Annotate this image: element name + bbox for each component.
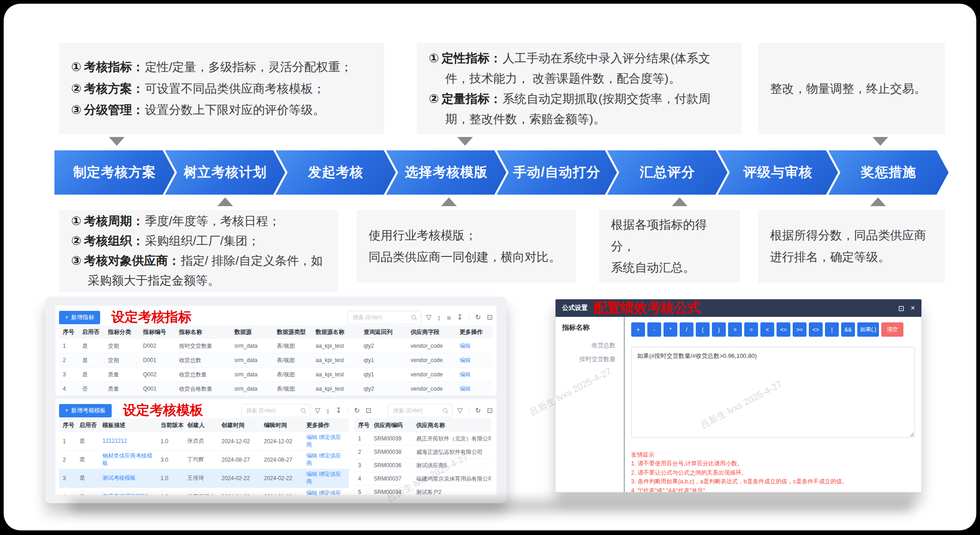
table-row: 5 SRM00034 测试客户2 [354,486,491,495]
refresh-icon[interactable]: ↻ [475,313,481,321]
column-header: 指标编号 [139,327,175,338]
template-name-link[interactable]: 测试考核模板 [99,473,157,484]
edit-link[interactable]: 编辑 [306,490,317,495]
sort-icon[interactable]: ↕ [437,314,441,321]
page-background: ①考核指标：定性/定量，多级指标，灵活分配权重； ②考核方案：可设置不同品类供应… [4,4,976,530]
divider [469,314,469,321]
operator-button[interactable]: / [680,322,693,337]
search-box[interactable] [347,311,421,324]
cell-supplier-code: SRM00037 [370,474,412,484]
column-header: 序号 [59,327,78,338]
operator-button[interactable]: >= [793,322,807,337]
fullscreen-icon[interactable]: ⊡ [487,313,493,321]
fullscreen-icon[interactable]: ⊡ [366,406,372,415]
cell-datasource-type: 表/视图 [273,383,312,395]
cell-supplier-name: 威海正源弘远软件有限公司 [412,446,491,458]
operator-button[interactable]: * [663,322,677,337]
hint-line: 4. "|"代表"或","&&"代表"并且"。 [631,487,915,493]
edit-link[interactable]: 编辑 [456,369,489,380]
operator-button[interactable]: < [760,322,774,337]
sort-icon[interactable]: ↕ [326,407,330,415]
operator-button[interactable]: 如果(,) [857,322,879,337]
operator-button[interactable]: && [841,322,855,337]
download-icon[interactable]: ↧ [336,406,342,415]
cell-name: 收货总数量 [175,369,231,380]
arrow-up-icon [870,197,886,206]
edit-link[interactable]: 编辑 [306,471,317,477]
srm-screenshot-panel: +新增指标 设定考核指标 ▽ ↕ ≡ ↧ ↻ ⊡ 序号 [45,297,507,503]
add-template-button[interactable]: +新增考核模板 [59,404,112,417]
cell-datasource-name: aa_kpi_test [312,369,360,380]
template-name-link[interactable]: 年度考核模板2024 [99,491,157,495]
operator-button[interactable]: + [631,322,645,337]
columns-icon[interactable]: ≡ [447,314,451,321]
note-line: 系统自动汇总。 [611,257,728,279]
table-row: 1 是 12121212 1.0 张贞贞 2024-12-02 2024-12-… [59,432,349,451]
cell-name: 收货合格数量 [175,383,231,395]
supplier-table-header: 序号 供应商编码 供应商名称 [354,418,491,432]
column-header: 启用否 [78,327,104,338]
search-input[interactable] [392,407,442,414]
operator-button[interactable]: = [744,322,758,337]
filter-icon[interactable]: ▽ [426,313,431,321]
cell-supplier-code: SRM00038 [370,447,412,457]
cell-enabled: 否 [78,383,104,395]
cell-datasource-name: aa_kpi_test [312,384,360,394]
arrow-down-icon [109,137,125,146]
edit-link[interactable]: 编辑 [306,452,317,459]
operator-button[interactable]: ) [712,322,726,337]
filter-icon[interactable]: ▽ [315,406,321,415]
edit-link[interactable]: 编辑 [456,355,489,366]
clear-button[interactable]: 清空 [881,322,903,337]
cell-supplier-name: 测试供应商5 [412,460,491,471]
note-box-measures: 整改，物量调整，终止交易。 [758,43,945,134]
infographic-canvas: ①考核指标：定性/定量，多级指标，灵活分配权重； ②考核方案：可设置不同品类供应… [0,0,980,535]
fullscreen-icon[interactable]: ⊡ [487,406,493,415]
flow-step: 汇总评分 [607,150,728,195]
template-name-link[interactable]: 钢材类供应商考核模板 [99,451,157,469]
note-line: ③考核对象供应商：指定/ 排除/自定义条件，如采购额大于指定金额等。 [71,251,326,291]
arrow-up-icon [217,197,233,206]
refresh-icon[interactable]: ↻ [354,406,360,415]
arrow-up-icon [672,197,687,206]
cell-datasource-type: 表/视图 [273,369,312,380]
operator-button[interactable]: - [647,322,661,337]
cell-return-column: qty1 [360,355,407,365]
search-box[interactable] [388,404,453,417]
hints-title: 友情提示 [631,451,915,459]
column-header: 启用否 [76,420,99,431]
search-input[interactable] [245,407,300,414]
cell-creator: 丁均辉 [184,454,218,465]
sidebar-item-indicator[interactable]: 收货总数 [556,339,624,352]
column-header: 指标名称 [175,327,231,338]
sidebar-item-indicator[interactable]: 按时交货数量 [556,352,624,366]
resize-handle-icon[interactable] [909,432,914,436]
search-input[interactable] [352,314,411,321]
note-line: 整改，物量调整，终止交易。 [770,78,933,100]
edit-link[interactable]: 编辑 [456,383,489,395]
edit-link[interactable]: 编辑 [306,434,317,440]
close-icon[interactable]: × [911,304,915,313]
table-row: 3 SRM00036 测试供应商5 [354,459,491,472]
add-indicator-button[interactable]: +新增指标 [59,311,100,324]
note-box-indicator-types: ①定性指标：人工手动在系统中录入评分结果(体系文件，技术能力， 改善课题件数，配… [417,43,742,134]
formula-textarea[interactable]: 如果(#按时交货数量/#收货总数>0.96,100,80) [631,347,915,438]
edit-link[interactable]: 编辑 [456,340,489,352]
search-box[interactable] [241,404,311,417]
cell-enabled: 是 [76,491,99,495]
operator-button[interactable]: <> [809,322,823,337]
cell-datasource: srm_data [231,341,273,351]
filter-icon[interactable]: ▽ [457,406,463,415]
refresh-icon[interactable]: ↻ [475,406,481,415]
fullscreen-icon[interactable]: ⊡ [898,304,904,313]
section-title-template: 设定考核模板 [123,401,203,420]
note-line: 根据各项指标的得分， [611,214,728,257]
table-row: 1 是 交期 D002 按时交货数量 srm_data 表/视图 aa_kpi_… [59,339,493,353]
cell-vendor-field: vendor_code [407,384,456,394]
operator-button[interactable]: > [728,322,742,337]
operator-button[interactable]: <= [777,322,790,337]
download-icon[interactable]: ↧ [457,313,463,321]
operator-button[interactable]: | [825,322,839,337]
operator-button[interactable]: ( [696,322,710,337]
template-name-link[interactable]: 12121212 [99,436,157,447]
